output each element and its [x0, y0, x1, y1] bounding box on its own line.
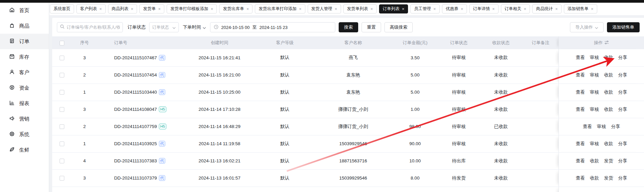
cell-seq: 3 — [72, 101, 97, 118]
audit-link[interactable]: 审核 — [597, 124, 606, 130]
audit-link[interactable]: 审核 — [590, 141, 599, 147]
sidebar-item-4[interactable]: 库存 — [0, 49, 49, 65]
audit-link[interactable]: 审核 — [590, 106, 599, 113]
sidebar-item-7[interactable]: 报表 — [0, 96, 49, 111]
row-checkbox[interactable] — [60, 107, 64, 112]
share-link[interactable]: 分享 — [618, 175, 627, 181]
tab-13[interactable]: 订单详情× — [469, 4, 499, 13]
tab-3[interactable]: 商品列表× — [108, 4, 137, 13]
row-checkbox[interactable] — [60, 56, 64, 60]
cell-customer-name: 燕飞 — [315, 49, 392, 66]
cell-order-status: 待审核 — [439, 118, 479, 135]
share-link[interactable]: 分享 — [618, 141, 627, 147]
sidebar-item-10[interactable]: 生鲜 — [0, 142, 49, 158]
tab-10[interactable]: 订单列表× — [379, 4, 408, 13]
ship-link[interactable]: 发货 — [604, 158, 613, 164]
receive-link[interactable]: 收款 — [604, 106, 613, 113]
search-button[interactable]: 搜索 — [339, 22, 358, 32]
receive-link[interactable]: 收款 — [604, 89, 613, 95]
tab-label: 客户列表 — [80, 6, 97, 12]
row-checkbox[interactable] — [60, 176, 64, 181]
tab-close-icon[interactable]: × — [402, 7, 405, 11]
tab-11[interactable]: 员工管理× — [410, 4, 440, 13]
audit-link[interactable]: 审核 — [590, 55, 599, 61]
tab-close-icon[interactable]: × — [131, 7, 134, 11]
tab-14[interactable]: 订单相关× — [501, 4, 530, 13]
share-link[interactable]: 分享 — [618, 72, 627, 78]
tab-16[interactable]: 添加销售单× — [564, 4, 597, 13]
row-checkbox[interactable] — [60, 159, 64, 163]
tab-8[interactable]: 发货人管理× — [308, 4, 341, 13]
view-link[interactable]: 查看 — [576, 55, 585, 61]
row-checkbox[interactable] — [60, 124, 64, 129]
row-checkbox[interactable] — [60, 141, 64, 146]
view-link[interactable]: 查看 — [576, 141, 585, 147]
view-link[interactable]: 查看 — [576, 175, 585, 181]
tab-close-icon[interactable]: × — [335, 7, 337, 11]
sidebar-item-6[interactable]: 资金 — [0, 80, 49, 96]
advanced-search-button[interactable]: 高级搜索 — [384, 22, 413, 32]
ship-link[interactable]: 发货 — [604, 175, 613, 181]
tab-close-icon[interactable]: × — [370, 7, 373, 11]
share-link[interactable]: 分享 — [618, 55, 627, 61]
tab-close-icon[interactable]: × — [433, 7, 436, 11]
time-field-select[interactable]: 下单时间 — [183, 24, 206, 30]
receive-link[interactable]: 收款 — [604, 141, 613, 147]
tab-close-icon[interactable]: × — [99, 7, 102, 11]
cell-operations: 查看审核收款分享 — [558, 84, 644, 101]
share-link[interactable]: 分享 — [611, 124, 620, 130]
view-link[interactable]: 查看 — [576, 106, 585, 113]
tab-label: 添加销售单 — [568, 6, 589, 12]
tab-4[interactable]: 发货单× — [139, 4, 164, 13]
audit-link[interactable]: 审核 — [590, 72, 599, 78]
sidebar-item-9[interactable]: 系统 — [0, 127, 49, 142]
tab-close-icon[interactable]: × — [461, 7, 463, 11]
import-actions-button[interactable]: 导入操作 — [570, 22, 604, 32]
tab-close-icon[interactable]: × — [158, 7, 161, 11]
sidebar-item-3[interactable]: 订单 — [0, 34, 49, 49]
view-link[interactable]: 查看 — [576, 89, 585, 95]
order-search-input[interactable]: 订单编号/客户名称/联系人/收货人 — [57, 22, 123, 32]
tab-label: 发货出库单打印添加 — [259, 6, 297, 12]
view-link[interactable]: 查看 — [576, 72, 585, 78]
share-link[interactable]: 分享 — [618, 89, 627, 95]
tab-9[interactable]: 发货单列表× — [343, 4, 377, 13]
column-settings-icon[interactable] — [604, 40, 609, 46]
share-link[interactable]: 分享 — [618, 158, 627, 164]
marketing-icon — [9, 116, 15, 122]
tab-15[interactable]: 商品统计× — [532, 4, 562, 13]
tab-5[interactable]: 发货单打印模板添加× — [167, 4, 217, 13]
tab-close-icon[interactable]: × — [591, 7, 594, 11]
tab-close-icon[interactable]: × — [299, 7, 302, 11]
share-link[interactable]: 分享 — [618, 106, 627, 113]
row-checkbox[interactable] — [60, 90, 64, 95]
view-link[interactable]: 查看 — [583, 124, 592, 130]
select-all-checkbox[interactable] — [60, 41, 64, 45]
tab-2[interactable]: 客户列表× — [76, 4, 106, 13]
sidebar-item-5[interactable]: 客户 — [0, 65, 49, 80]
audit-link[interactable]: 审核 — [590, 89, 599, 95]
tab-7[interactable]: 发货出库单打印添加× — [255, 4, 305, 13]
tab-close-icon[interactable]: × — [492, 7, 495, 11]
sidebar-item-8[interactable]: 营销 — [0, 111, 49, 127]
tab-close-icon[interactable]: × — [524, 7, 527, 11]
receive-link[interactable]: 收款 — [590, 158, 599, 164]
add-sale-order-button[interactable]: 添加销售单 — [607, 22, 640, 32]
sidebar-item-2[interactable]: 商品 — [0, 18, 49, 34]
tab-6[interactable]: 发货出库单× — [219, 4, 252, 13]
tab-close-icon[interactable]: × — [246, 7, 249, 11]
reset-button[interactable]: 重置 — [362, 22, 381, 32]
tab-close-icon[interactable]: × — [211, 7, 213, 11]
tab-1[interactable]: 系统首页 — [50, 4, 74, 13]
row-checkbox[interactable] — [60, 73, 64, 77]
date-range-picker[interactable]: 2024-10-15 00 至 2024-11-15 23 — [210, 22, 335, 32]
receive-link[interactable]: 收款 — [590, 175, 599, 181]
order-status-select[interactable]: 订单状态 — [149, 22, 179, 32]
receive-link[interactable]: 收款 — [604, 55, 613, 61]
receive-link[interactable]: 收款 — [604, 72, 613, 78]
tab-12[interactable]: 优惠券× — [442, 4, 467, 13]
chevron-down-icon — [595, 25, 598, 30]
tab-close-icon[interactable]: × — [555, 7, 558, 11]
sidebar-item-1[interactable]: 首页 — [0, 3, 49, 18]
view-link[interactable]: 查看 — [576, 158, 585, 164]
